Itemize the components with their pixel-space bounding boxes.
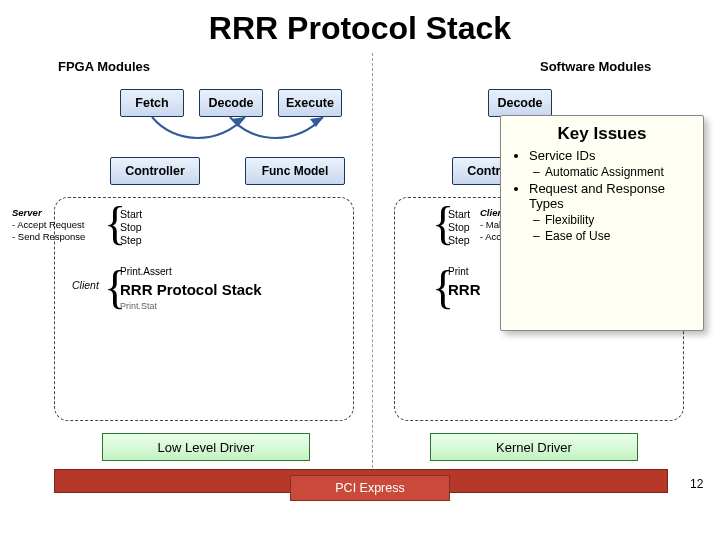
rrr-stack-left: RRR Protocol Stack [120,281,262,300]
box-low-level-driver: Low Level Driver [102,433,310,461]
label-server: Server - Accept Request - Send Response [12,207,100,243]
arrow-decode-execute [228,115,328,155]
page-number: 12 [690,477,703,491]
list-sss-left: Start Stop Step [120,208,142,247]
label-client-left: Client [72,279,99,292]
box-funcmodel-left: Func Model [245,157,345,185]
overlay-item-req-resp: Request and Response Types Flexibility E… [529,181,693,243]
box-decode-right: Decode [488,89,552,117]
rrr-stack-right: RRR [448,281,481,300]
overlay-item-service-ids: Service IDs Automatic Assignment [529,148,693,179]
overlay-title: Key Issues [511,124,693,144]
label-software: Software Modules [540,59,651,74]
print-assert-left: Print.Assert [120,266,172,279]
box-kernel-driver: Kernel Driver [430,433,638,461]
list-sss-right: Start Stop Step [448,208,470,247]
diagram-stage: FPGA Modules Software Modules Fetch Deco… [0,53,720,523]
box-pci-express: PCI Express [290,475,450,501]
box-execute: Execute [278,89,342,117]
print-stat-left: Print.Stat [120,301,157,312]
vertical-divider [372,53,373,483]
box-controller-left: Controller [110,157,200,185]
overlay-sub-flex: Flexibility [545,213,693,227]
label-fpga: FPGA Modules [58,59,150,74]
overlay-key-issues: Key Issues Service IDs Automatic Assignm… [500,115,704,331]
box-fetch: Fetch [120,89,184,117]
overlay-sub-ease: Ease of Use [545,229,693,243]
overlay-sub-auto-assign: Automatic Assignment [545,165,693,179]
svg-marker-1 [310,117,323,127]
slide-title: RRR Protocol Stack [0,10,720,47]
print-right: Print [448,266,469,279]
box-decode: Decode [199,89,263,117]
